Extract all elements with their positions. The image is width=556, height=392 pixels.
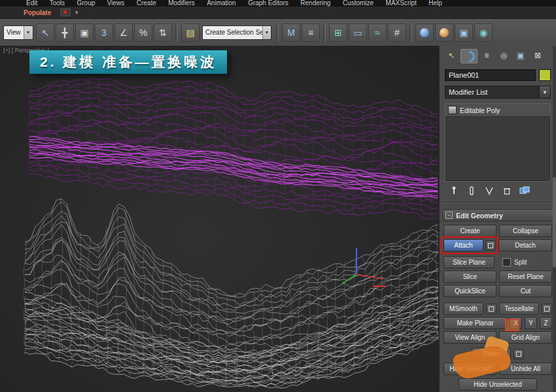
chevron-down-icon: ▼: [262, 26, 271, 39]
make-planar-button[interactable]: Make Planar: [443, 317, 507, 329]
object-color-swatch[interactable]: [539, 69, 551, 81]
cut-button[interactable]: Cut: [499, 285, 552, 297]
msmooth-button[interactable]: MSmooth: [443, 302, 483, 315]
menu-item[interactable]: MAXScript: [386, 0, 417, 7]
menu-item[interactable]: Graph Editors: [248, 0, 288, 7]
rendered-frame-icon[interactable]: ▣: [455, 24, 473, 42]
tab-create[interactable]: ↖: [443, 49, 459, 62]
angle-snap-icon[interactable]: ∠: [114, 24, 133, 42]
unhide-all-button[interactable]: Unhide All: [499, 363, 552, 375]
planar-x-button[interactable]: X: [510, 317, 522, 329]
schematic-view-icon[interactable]: #: [388, 24, 406, 42]
collapse-button[interactable]: Collapse: [499, 225, 552, 237]
menu-item[interactable]: Customize: [343, 0, 374, 7]
hide-selected-button[interactable]: Hide Selected: [443, 363, 496, 375]
use-pivot-center-icon[interactable]: ▣: [75, 24, 94, 42]
named-selection-sets-icon[interactable]: ▤: [181, 24, 200, 42]
tab-modify[interactable]: [460, 49, 478, 63]
quickslice-button[interactable]: QuickSlice: [443, 285, 496, 297]
ribbon-toggle-icon[interactable]: ▭: [349, 24, 367, 42]
msmooth-settings-button[interactable]: [486, 304, 496, 314]
selection-set-value: Create Selection Se: [203, 29, 262, 36]
record-icon[interactable]: [60, 8, 71, 16]
spinner-snap-icon[interactable]: ⇅: [154, 24, 172, 42]
show-end-result-icon[interactable]: [465, 186, 478, 196]
detach-button[interactable]: Detach: [498, 239, 552, 252]
tab-motion[interactable]: ◎: [496, 49, 512, 62]
coordinate-system-value: View: [4, 29, 24, 36]
menu-item[interactable]: Create: [137, 0, 156, 7]
select-and-move-icon[interactable]: ╋: [56, 24, 74, 42]
split-checkbox[interactable]: [502, 258, 511, 267]
button-row: Hide Selected Unhide All: [443, 363, 552, 375]
menu-item[interactable]: Modifiers: [168, 0, 195, 7]
split-cell: Split: [497, 258, 552, 267]
attach-settings-button[interactable]: [485, 240, 496, 251]
pin-stack-icon[interactable]: [447, 186, 460, 196]
panel-scrollbar[interactable]: [553, 46, 556, 392]
viewport[interactable]: [+] [ Perspective ] 2. 建模 准备—置换噪波: [0, 46, 440, 392]
planar-y-button[interactable]: Y: [525, 317, 537, 329]
chevron-down-icon: ▼: [24, 26, 33, 39]
rollout-edit-geometry[interactable]: − Edit Geometry: [442, 209, 553, 221]
button-row: Hide Unselected: [443, 378, 552, 391]
attach-button[interactable]: Attach: [443, 239, 483, 252]
relax-button[interactable]: Relax: [472, 348, 511, 360]
remove-modifier-icon[interactable]: [500, 186, 513, 196]
modifier-list-dropdown[interactable]: Modifier List ▼: [445, 86, 551, 99]
menu-item[interactable]: Tools: [50, 0, 65, 7]
grid-align-button[interactable]: Grid Align: [499, 331, 552, 344]
mirror-icon[interactable]: M: [282, 24, 300, 42]
render-setup-icon[interactable]: [435, 24, 453, 42]
rollout-title: Edit Geometry: [456, 212, 503, 220]
button-row: MSmooth Tessellate: [443, 302, 552, 315]
selection-set-dropdown[interactable]: Create Selection Se ▼: [202, 25, 271, 40]
tessellate-button[interactable]: Tessellate: [499, 302, 539, 315]
menu-item[interactable]: Help: [428, 0, 442, 7]
menu-item[interactable]: Views: [107, 0, 125, 7]
coordinate-system-dropdown[interactable]: View ▼: [3, 25, 33, 40]
tab-display[interactable]: ▣: [513, 49, 529, 62]
stack-item-editable-poly[interactable]: Editable Poly: [445, 104, 550, 117]
percent-snap-icon[interactable]: %: [134, 24, 152, 42]
menu-item[interactable]: Animation: [207, 0, 235, 7]
material-editor-icon[interactable]: [415, 24, 434, 42]
stack-item-label: Editable Poly: [460, 106, 500, 114]
menu-item[interactable]: Group: [77, 0, 96, 7]
view-align-button[interactable]: View Align: [443, 331, 496, 344]
reset-plane-button[interactable]: Reset Plane: [499, 270, 552, 283]
tab-utilities[interactable]: ⊠: [530, 49, 546, 62]
snap-toggle-3d-icon[interactable]: 3: [95, 24, 113, 42]
select-object-icon[interactable]: ↖: [36, 24, 54, 42]
menu-item[interactable]: Rendering: [300, 0, 330, 7]
scrollbar-thumb[interactable]: [553, 177, 556, 267]
create-button[interactable]: Create: [443, 225, 496, 237]
command-panel-tabs: ↖ ≡ ◎ ▣ ⊠: [440, 46, 556, 65]
slice-plane-button[interactable]: Slice Plane: [443, 256, 495, 269]
populate-label[interactable]: Populate: [24, 9, 51, 16]
slice-button[interactable]: Slice: [443, 270, 496, 283]
align-icon[interactable]: ≡: [302, 24, 320, 42]
chevron-down-icon[interactable]: ▼: [74, 10, 79, 16]
button-row: Create Collapse: [443, 225, 552, 237]
curve-editor-icon[interactable]: ≈: [368, 24, 387, 42]
render-production-icon[interactable]: ◉: [474, 24, 493, 42]
edit-geometry-buttons: Create Collapse Attach Detach Slice Plan…: [440, 221, 556, 391]
object-name-field[interactable]: Plane001: [445, 69, 536, 81]
tab-hierarchy[interactable]: ≡: [479, 49, 495, 62]
hide-unselected-button[interactable]: Hide Unselected: [459, 378, 537, 391]
panel-separator: [441, 202, 555, 203]
stack-toolbar: [447, 186, 548, 196]
button-row: Slice Reset Plane: [443, 270, 552, 283]
configure-modifier-sets-icon[interactable]: [518, 186, 530, 196]
title-banner: 2. 建模 准备—置换噪波: [29, 50, 227, 74]
toolbar-divider: [323, 24, 326, 42]
menu-item[interactable]: Edit: [26, 0, 37, 7]
modifier-icon: [448, 106, 457, 114]
chevron-down-icon: ▼: [539, 86, 550, 98]
relax-settings-button[interactable]: [513, 349, 524, 359]
make-unique-icon[interactable]: [483, 186, 495, 196]
planar-z-button[interactable]: Z: [540, 317, 552, 329]
tessellate-settings-button[interactable]: [542, 304, 552, 314]
layer-manager-icon[interactable]: ⊞: [329, 24, 347, 42]
